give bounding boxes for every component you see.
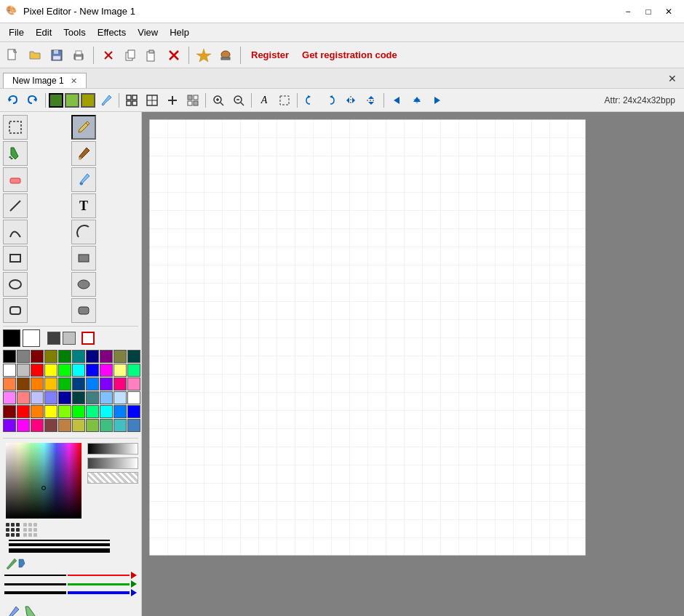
menu-help[interactable]: Help — [164, 25, 195, 41]
palette-cell[interactable] — [100, 391, 113, 404]
text-st-button[interactable]: A — [255, 91, 274, 110]
minimize-button[interactable]: − — [619, 4, 637, 19]
rotate-ccw-button[interactable] — [301, 91, 319, 110]
stroke-bar-black-3[interactable] — [4, 591, 66, 594]
palette-cell[interactable] — [127, 405, 140, 418]
palette-cell[interactable] — [86, 419, 99, 432]
palette-cell[interactable] — [72, 405, 85, 418]
save-button[interactable] — [47, 45, 67, 65]
redo-button[interactable] — [23, 91, 42, 110]
palette-cell[interactable] — [17, 364, 30, 377]
menu-view[interactable]: View — [132, 25, 164, 41]
palette-cell[interactable] — [58, 405, 71, 418]
palette-cell[interactable] — [31, 391, 44, 404]
grid-color-green[interactable] — [49, 93, 63, 108]
palette-cell[interactable] — [100, 364, 113, 377]
fill-tool[interactable] — [3, 141, 28, 166]
flip-v-button[interactable] — [362, 91, 381, 110]
palette-cell[interactable] — [100, 405, 113, 418]
rect-fill-tool[interactable] — [71, 246, 96, 271]
color-pick-tool[interactable] — [71, 167, 96, 192]
palette-cell[interactable] — [17, 350, 30, 363]
palette-cell[interactable] — [44, 350, 57, 363]
text-tool[interactable]: T — [71, 193, 96, 218]
palette-cell[interactable] — [86, 391, 99, 404]
palette-cell[interactable] — [58, 364, 71, 377]
thick-line-3[interactable] — [9, 548, 110, 553]
palette-cell[interactable] — [17, 419, 30, 432]
palette-cell[interactable] — [114, 350, 127, 363]
palette-cell[interactable] — [114, 405, 127, 418]
palette-cell[interactable] — [3, 419, 16, 432]
palette-cell[interactable] — [127, 364, 140, 377]
stroke-bar-red[interactable] — [68, 575, 130, 576]
eraser-tool[interactable] — [3, 167, 28, 192]
palette-cell[interactable] — [72, 377, 85, 391]
palette-cell[interactable] — [127, 391, 140, 404]
palette-cell[interactable] — [72, 419, 85, 432]
pixel-canvas[interactable] — [149, 119, 586, 556]
register-link[interactable]: Register — [251, 49, 289, 60]
curve-tool[interactable] — [3, 220, 28, 244]
palette-cell[interactable] — [44, 377, 57, 391]
reg-code-link[interactable]: Get registration code — [302, 49, 397, 60]
tab-close-button[interactable]: ✕ — [71, 76, 77, 85]
stroke-bar-black[interactable] — [4, 575, 66, 576]
ellipse-fill-tool[interactable] — [71, 272, 96, 297]
background-color-box[interactable] — [23, 329, 40, 347]
menu-tools[interactable]: Tools — [57, 25, 91, 41]
brush-icon-1[interactable] — [4, 557, 137, 570]
grid-view2-button[interactable] — [143, 91, 162, 110]
palette-cell[interactable] — [86, 405, 99, 418]
palette-cell[interactable] — [72, 350, 85, 363]
move-left-button[interactable] — [387, 91, 406, 110]
palette-cell[interactable] — [100, 419, 113, 432]
paste-button[interactable] — [142, 45, 162, 65]
grid-view1-button[interactable] — [122, 91, 141, 110]
print-button[interactable] — [68, 45, 89, 65]
rect-empty-tool[interactable] — [3, 246, 28, 271]
stroke-bar-black-2[interactable] — [4, 583, 66, 585]
palette-cell[interactable] — [86, 350, 99, 363]
zoom-in-st-button[interactable] — [209, 91, 228, 110]
extra-color-3[interactable] — [81, 332, 95, 345]
round-rect-fill-tool[interactable] — [71, 298, 96, 323]
palette-cell[interactable] — [17, 405, 30, 418]
palette-cell[interactable] — [58, 419, 71, 432]
select-rect-tool[interactable] — [3, 115, 28, 140]
move-up-button[interactable] — [407, 91, 426, 110]
tile-button[interactable] — [183, 91, 202, 110]
palette-cell[interactable] — [3, 377, 16, 391]
palette-cell[interactable] — [100, 350, 113, 363]
open-button[interactable] — [25, 45, 45, 65]
wizard-button[interactable] — [194, 45, 214, 65]
palette-cell[interactable] — [3, 391, 16, 404]
palette-cell[interactable] — [44, 419, 57, 432]
palette-cell[interactable] — [114, 419, 127, 432]
delete-button[interactable] — [164, 45, 184, 65]
fill-bg-icon[interactable] — [23, 605, 40, 616]
cut-button[interactable] — [98, 45, 119, 65]
image-tab[interactable]: New Image 1 ✕ — [3, 73, 87, 88]
plus-grid-button[interactable] — [163, 91, 182, 110]
palette-cell[interactable] — [31, 377, 44, 391]
thick-line-2[interactable] — [9, 543, 110, 546]
close-button[interactable]: ✕ — [659, 4, 678, 19]
pencil-tool[interactable] — [71, 115, 96, 140]
ellipse-empty-tool[interactable] — [3, 272, 28, 297]
zoom-out-st-button[interactable] — [229, 91, 248, 110]
palette-cell[interactable] — [3, 405, 16, 418]
palette-cell[interactable] — [58, 350, 71, 363]
round-rect-tool[interactable] — [3, 298, 28, 323]
canvas-container[interactable] — [142, 112, 684, 616]
palette-cell[interactable] — [44, 405, 57, 418]
pattern-bar[interactable] — [87, 472, 138, 484]
tab-area-close[interactable]: ✕ — [664, 71, 681, 86]
palette-cell[interactable] — [3, 364, 16, 377]
dropper-st-button[interactable] — [97, 91, 116, 110]
palette-cell[interactable] — [44, 364, 57, 377]
palette-cell[interactable] — [86, 377, 99, 391]
palette-cell[interactable] — [86, 364, 99, 377]
palette-cell[interactable] — [17, 377, 30, 391]
palette-cell[interactable] — [3, 350, 16, 363]
